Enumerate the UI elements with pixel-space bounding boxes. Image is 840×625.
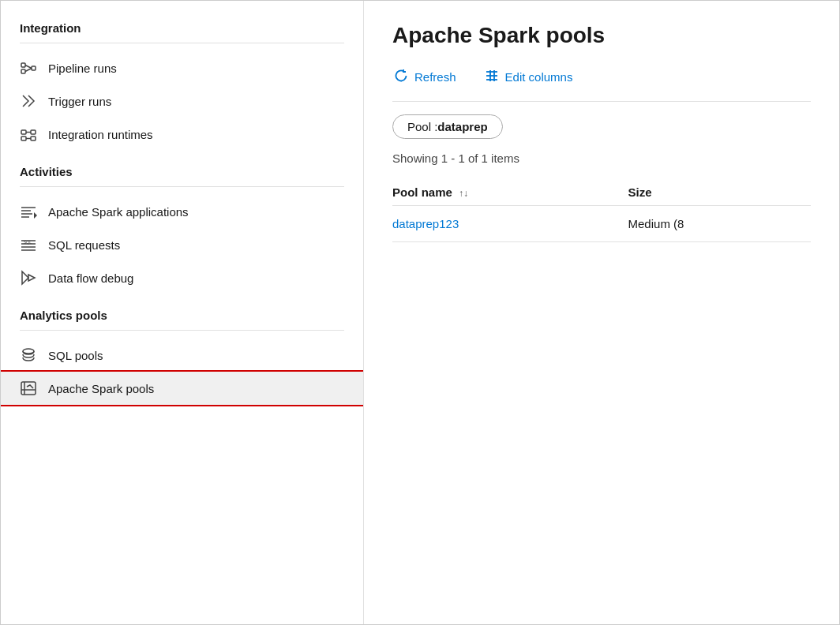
sidebar-label-spark-applications: Apache Spark applications [48,205,189,219]
section-label-analytics-pools: Analytics pools [1,304,363,325]
filter-value: dataprep [437,120,487,133]
svg-rect-5 [21,130,26,134]
spark-pool-icon [20,380,37,397]
sidebar-item-integration-runtimes[interactable]: Integration runtimes [1,118,363,151]
svg-rect-1 [21,69,25,73]
svg-rect-8 [31,137,36,140]
sidebar-label-apache-spark-pools: Apache Spark pools [48,382,154,395]
sidebar-label-sql-requests: SQL requests [48,238,120,252]
sort-icon[interactable]: ↑↓ [459,188,468,199]
filter-tag: Pool : dataprep [392,114,503,139]
divider-activities [20,186,344,187]
pipeline-icon [20,59,37,77]
showing-text: Showing 1 - 1 of 1 items [392,152,811,165]
divider-analytics-pools [20,330,344,331]
svg-marker-22 [28,275,35,281]
runtime-icon [20,125,37,143]
svg-rect-24 [21,382,36,395]
svg-point-23 [23,349,34,354]
spark-app-icon [20,203,37,220]
sidebar-label-pipeline-runs: Pipeline runs [48,62,117,75]
spark-pools-table: Pool name ↑↓ Size dataprep123 Medium (8 [392,179,811,242]
sql-pool-icon [20,346,37,364]
svg-marker-15 [34,212,37,219]
svg-rect-6 [31,130,36,134]
sidebar-item-sql-requests[interactable]: SQL SQL requests [1,228,363,261]
main-panel: Apache Spark pools Refresh [364,1,839,624]
sidebar-label-sql-pools: SQL pools [48,349,103,362]
col-size: Size [628,179,811,206]
svg-rect-2 [32,66,36,70]
table-header-row: Pool name ↑↓ Size [392,179,811,206]
svg-text:SQL: SQL [24,240,32,245]
toolbar-divider [392,101,811,102]
filter-key: Pool : [407,120,437,133]
sql-icon: SQL [20,236,37,253]
svg-line-4 [25,69,32,72]
section-label-activities: Activities [1,160,363,182]
col-pool-name-label: Pool name [392,185,452,199]
sidebar-label-integration-runtimes: Integration runtimes [48,128,153,141]
refresh-button[interactable]: Refresh [392,65,458,88]
section-analytics-pools: Analytics pools SQL pools [1,304,363,405]
divider-integration [20,43,344,43]
toolbar: Refresh Edit columns [392,65,811,88]
dataflow-icon [20,269,37,286]
section-activities: Activities Apache Spark applications [1,160,363,294]
svg-marker-21 [22,271,28,284]
svg-rect-7 [21,137,26,140]
svg-line-3 [25,65,32,69]
edit-columns-label: Edit columns [505,70,573,84]
sidebar-item-apache-spark-pools[interactable]: Apache Spark pools [1,372,363,405]
sidebar: Integration Pipeline runs [1,1,364,624]
col-pool-name: Pool name ↑↓ [392,179,628,206]
edit-columns-icon [485,69,499,85]
sidebar-item-spark-applications[interactable]: Apache Spark applications [1,195,363,228]
sidebar-label-trigger-runs: Trigger runs [48,95,111,108]
cell-pool-name: dataprep123 [392,206,628,242]
svg-rect-0 [21,63,25,67]
section-integration: Integration Pipeline runs [1,17,363,151]
sidebar-item-pipeline-runs[interactable]: Pipeline runs [1,51,363,84]
page-title: Apache Spark pools [392,23,811,48]
sidebar-item-data-flow-debug[interactable]: Data flow debug [1,261,363,294]
table-row: dataprep123 Medium (8 [392,206,811,242]
refresh-label: Refresh [414,70,456,84]
edit-columns-button[interactable]: Edit columns [483,65,575,88]
sidebar-item-trigger-runs[interactable]: Trigger runs [1,84,363,118]
sidebar-item-sql-pools[interactable]: SQL pools [1,339,363,372]
trigger-icon [20,92,37,110]
refresh-icon [394,69,408,85]
pool-name-link[interactable]: dataprep123 [392,217,459,230]
section-label-integration: Integration [1,17,363,38]
sidebar-label-data-flow-debug: Data flow debug [48,271,133,285]
cell-size: Medium (8 [628,206,811,242]
